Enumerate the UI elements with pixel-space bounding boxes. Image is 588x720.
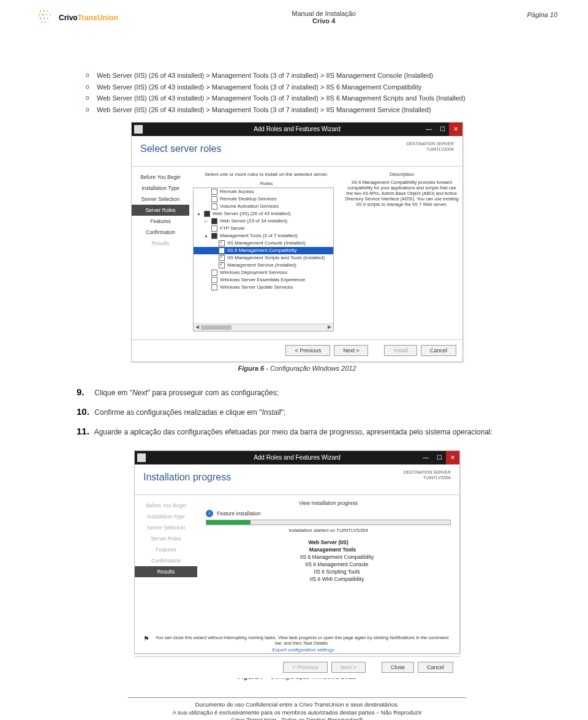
logo-icon xyxy=(37,9,54,27)
minimize-button[interactable]: — xyxy=(419,451,432,464)
role-label: Web Server (23 of 34 installed) xyxy=(220,218,287,224)
doc-title-line1: Manual de Instalação xyxy=(121,10,527,17)
dest-value: TUINTLVS354 xyxy=(404,475,451,480)
sidebar-item-installtype[interactable]: Installation Type xyxy=(132,183,189,194)
role-row[interactable]: ▲Web Server (IIS) (26 of 43 installed) xyxy=(194,210,333,218)
logo-text: CrivoTransUnion. xyxy=(59,14,121,22)
footer-line-1: Documento de uso Confidencial entre a Cr… xyxy=(37,701,557,708)
checkbox[interactable] xyxy=(219,240,225,246)
svg-point-10 xyxy=(41,21,42,23)
role-row[interactable]: IIS Management Scripts and Tools (Instal… xyxy=(194,254,333,262)
close-button[interactable]: ✕ xyxy=(449,123,462,136)
twist-icon[interactable]: ▷ xyxy=(211,248,216,253)
page-footer: Documento de uso Confidencial entre a Cr… xyxy=(37,697,557,720)
svg-point-1 xyxy=(43,10,45,12)
checkbox[interactable] xyxy=(219,255,225,261)
role-row[interactable]: Management Service (Installed) xyxy=(194,262,333,269)
sidebar-item-confirmation: Confirmation xyxy=(135,555,197,566)
sidebar-item-features[interactable]: Features xyxy=(132,216,189,227)
destination-server: DESTINATION SERVER TUINTLVS354 xyxy=(407,141,454,152)
window-title: Add Roles and Features Wizard xyxy=(254,454,341,461)
role-label: IIS Management Scripts and Tools (Instal… xyxy=(227,255,325,260)
close-note: ⚑ You can close this wizard without inte… xyxy=(135,634,459,646)
checkbox[interactable] xyxy=(204,211,210,217)
window-title: Add Roles and Features Wizard xyxy=(254,126,341,132)
role-row[interactable]: ▷Web Server (23 of 34 installed) xyxy=(194,218,333,225)
sidebar-item-serversel: Server Selection xyxy=(135,522,197,533)
roles-label: Roles xyxy=(193,181,340,186)
twist-icon[interactable]: ▲ xyxy=(203,233,209,238)
checkbox[interactable] xyxy=(219,262,225,268)
close-button[interactable]: Close xyxy=(382,662,414,673)
role-row[interactable]: Windows Server Update Services xyxy=(194,284,333,291)
role-row[interactable]: FTP Server xyxy=(194,225,333,232)
checkbox[interactable] xyxy=(211,225,217,232)
next-button[interactable]: Next > xyxy=(334,345,368,356)
roles-tree[interactable]: Remote AccessRemote Desktop ServicesVolu… xyxy=(193,188,334,332)
checkbox[interactable] xyxy=(211,189,217,195)
checkbox[interactable] xyxy=(211,270,217,276)
app-icon xyxy=(134,125,143,134)
flag-icon: ⚑ xyxy=(143,635,149,643)
note-text: You can close this wizard without interr… xyxy=(153,635,451,646)
scroll-left-icon[interactable]: ◀ xyxy=(194,324,201,331)
cancel-button[interactable]: Cancel xyxy=(418,662,453,673)
role-row[interactable]: ▲Management Tools (3 of 7 installed) xyxy=(194,232,333,240)
sidebar-item-confirmation[interactable]: Confirmation xyxy=(132,227,189,238)
export-settings-link[interactable]: Export configuration settings xyxy=(135,646,459,656)
info-icon: i xyxy=(206,510,213,517)
bullet-item: Web Server (IIS) (26 of 43 installed) > … xyxy=(86,93,557,104)
checkbox[interactable] xyxy=(219,248,225,254)
twist-icon[interactable]: ▲ xyxy=(196,211,202,216)
checkbox[interactable] xyxy=(211,203,217,210)
checkbox[interactable] xyxy=(211,277,217,283)
bullet-item: Web Server (IIS) (26 of 43 installed) > … xyxy=(86,81,557,93)
role-row[interactable]: Remote Desktop Services xyxy=(194,195,333,203)
maximize-button[interactable]: ☐ xyxy=(432,451,446,464)
role-label: Remote Desktop Services xyxy=(220,196,276,202)
wizard-sidebar: Before You Begin Installation Type Serve… xyxy=(132,167,189,339)
sidebar-item-results[interactable]: Results xyxy=(135,566,197,577)
role-row[interactable]: Windows Server Essentials Experience xyxy=(194,276,333,284)
svg-point-7 xyxy=(40,18,42,20)
role-row[interactable]: Remote Access xyxy=(194,188,333,195)
scroll-thumb[interactable] xyxy=(201,325,232,330)
sidebar-item-before[interactable]: Before You Begin xyxy=(132,172,189,183)
role-label: Remote Access xyxy=(220,189,254,194)
scroll-right-icon[interactable]: ▶ xyxy=(326,324,333,331)
twist-icon[interactable]: ▷ xyxy=(203,219,209,224)
brand-logo: CrivoTransUnion. xyxy=(37,9,121,27)
checkbox[interactable] xyxy=(211,284,217,290)
close-button[interactable]: ✕ xyxy=(446,451,459,464)
checkbox[interactable] xyxy=(211,218,217,224)
cancel-button[interactable]: Cancel xyxy=(421,345,456,356)
dest-label: DESTINATION SERVER xyxy=(407,141,454,146)
install-button: Install xyxy=(384,345,417,356)
step-num: 11. xyxy=(77,422,92,441)
horizontal-scrollbar[interactable]: ◀ ▶ xyxy=(194,324,333,331)
bullet-text: Web Server (IIS) (26 of 43 installed) > … xyxy=(97,72,433,79)
role-label: Web Server (IIS) (26 of 43 installed) xyxy=(213,211,290,216)
role-row[interactable]: Volume Activation Services xyxy=(194,203,333,210)
sidebar-item-serverroles[interactable]: Server Roles xyxy=(132,205,189,216)
progress-intro: View installation progress xyxy=(206,500,451,506)
checkbox[interactable] xyxy=(211,233,217,239)
previous-button[interactable]: < Previous xyxy=(285,345,330,356)
app-icon xyxy=(137,453,146,462)
sidebar-item-serversel[interactable]: Server Selection xyxy=(132,194,189,205)
role-label: Management Tools (3 of 7 installed) xyxy=(220,233,298,238)
figure-6: Add Roles and Features Wizard — ☐ ✕ Sele… xyxy=(37,122,557,362)
svg-point-6 xyxy=(50,14,51,15)
wizard-sidebar: Before You Begin Installation Type Serve… xyxy=(135,495,197,634)
role-label: Management Service (Installed) xyxy=(227,262,296,268)
role-row[interactable]: Windows Deployment Services xyxy=(194,269,333,276)
role-row[interactable]: IIS Management Console (Installed) xyxy=(194,240,333,247)
minimize-button[interactable]: — xyxy=(422,123,435,136)
maximize-button[interactable]: ☐ xyxy=(435,123,449,136)
destination-server: DESTINATION SERVER TUINTLVS354 xyxy=(404,469,451,480)
svg-point-8 xyxy=(43,18,45,20)
role-label: Windows Server Essentials Experience xyxy=(220,277,305,282)
checkbox[interactable] xyxy=(211,196,217,202)
role-row[interactable]: ▷IIS 6 Management Compatibility xyxy=(194,247,333,254)
dest-label: DESTINATION SERVER xyxy=(404,469,451,475)
